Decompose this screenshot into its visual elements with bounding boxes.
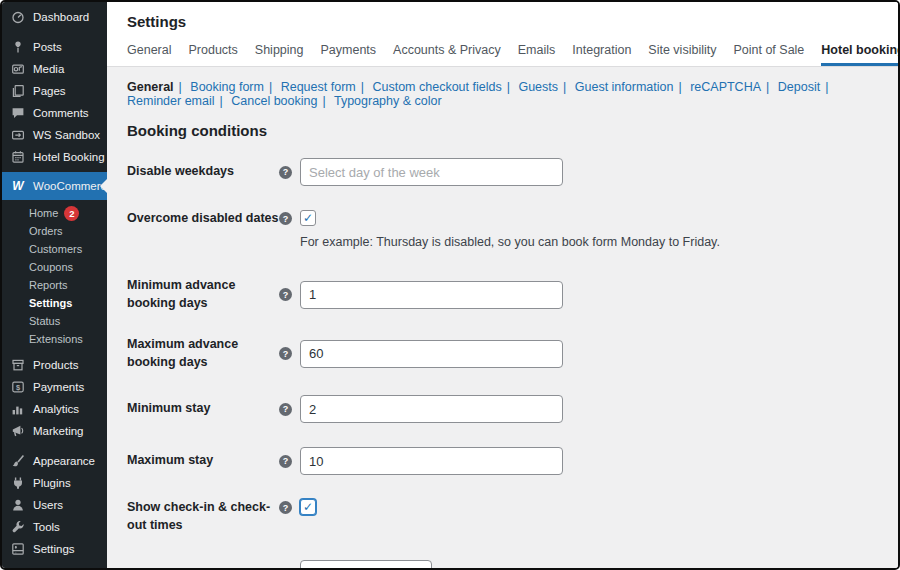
- row-disable-weekdays: Disable weekdays ?: [127, 158, 878, 186]
- sidebar-item-appearance[interactable]: Appearance: [2, 450, 107, 472]
- sandbox-icon: [11, 128, 25, 142]
- sidebar-item-products[interactable]: Products: [2, 354, 107, 376]
- subtab-guest-information[interactable]: Guest information: [575, 80, 674, 94]
- section-heading: Booking conditions: [127, 122, 878, 139]
- sidebar-item-media[interactable]: Media: [2, 58, 107, 80]
- help-icon[interactable]: ?: [279, 347, 292, 360]
- sidebar-item-woocommerce[interactable]: W WooCommerce: [2, 172, 107, 200]
- sidebar-item-label: Appearance: [33, 455, 95, 467]
- sidebar-item-label: Dashboard: [33, 11, 89, 23]
- max-stay-input[interactable]: [300, 447, 563, 475]
- tab-payments[interactable]: Payments: [320, 43, 376, 66]
- help-icon[interactable]: ?: [279, 568, 292, 569]
- subtab-general[interactable]: General: [127, 80, 174, 94]
- disable-weekdays-input[interactable]: [300, 158, 563, 186]
- row-max-advance-days: Maximum advance booking days ?: [127, 336, 878, 371]
- sidebar-item-posts[interactable]: Posts: [2, 36, 107, 58]
- subtab-custom-checkout-fields[interactable]: Custom checkout fields: [372, 80, 501, 94]
- sidebar-item-pages[interactable]: Pages: [2, 80, 107, 102]
- overcome-disabled-dates-checkbox[interactable]: ✓: [300, 210, 316, 226]
- posts-icon: [11, 40, 25, 54]
- hotel-booking-subtabs: General| Booking form| Request form| Cus…: [107, 67, 898, 108]
- field-label: Show check-in & check-out times: [127, 499, 279, 534]
- sidebar-item-label: Hotel Booking: [33, 151, 105, 163]
- sidebar-item-label: Posts: [33, 41, 62, 53]
- field-label: Disable weekdays: [127, 163, 279, 181]
- tab-emails[interactable]: Emails: [518, 43, 556, 66]
- sidebar-item-label: Plugins: [33, 477, 71, 489]
- sidebar-item-dashboard[interactable]: Dashboard: [2, 6, 107, 28]
- submenu-item-customers[interactable]: Customers: [2, 240, 107, 258]
- help-icon[interactable]: ?: [279, 166, 292, 179]
- subtab-reminder-email[interactable]: Reminder email: [127, 94, 215, 108]
- min-advance-days-input[interactable]: [300, 281, 563, 309]
- submenu-item-settings[interactable]: Settings: [2, 294, 107, 312]
- row-max-stay: Maximum stay ?: [127, 447, 878, 475]
- users-icon: [11, 498, 25, 512]
- sidebar-item-hotel-booking[interactable]: Hotel Booking: [2, 146, 107, 168]
- field-description: For example: Thursday is disabled, so yo…: [300, 235, 720, 249]
- sidebar-item-payments[interactable]: $ Payments: [2, 376, 107, 398]
- sidebar-item-tools[interactable]: Tools: [2, 516, 107, 538]
- sidebar-item-label: Comments: [33, 107, 89, 119]
- sidebar-item-comments[interactable]: Comments: [2, 102, 107, 124]
- notification-badge: 2: [64, 206, 79, 221]
- sidebar-item-label: Tools: [33, 521, 60, 533]
- settings-icon: [11, 542, 25, 556]
- submenu-item-coupons[interactable]: Coupons: [2, 258, 107, 276]
- subtab-recaptcha[interactable]: reCAPTCHA: [690, 80, 761, 94]
- sidebar-item-users[interactable]: Users: [2, 494, 107, 516]
- submenu-item-orders[interactable]: Orders: [2, 222, 107, 240]
- tab-accounts-privacy[interactable]: Accounts & Privacy: [393, 43, 501, 66]
- sidebar-item-label: Payments: [33, 381, 84, 393]
- payments-icon: $: [11, 380, 25, 394]
- min-stay-input[interactable]: [300, 395, 563, 423]
- help-icon[interactable]: ?: [279, 455, 292, 468]
- tab-site-visibility[interactable]: Site visibility: [648, 43, 716, 66]
- sidebar-item-settings[interactable]: Settings: [2, 538, 107, 560]
- tab-hotel-booking[interactable]: Hotel booking: [821, 43, 898, 66]
- help-icon[interactable]: ?: [279, 403, 292, 416]
- sidebar-item-marketing[interactable]: Marketing: [2, 420, 107, 442]
- submenu-item-home[interactable]: Home 2: [2, 204, 107, 222]
- sidebar-item-label: Settings: [33, 543, 75, 555]
- tab-general[interactable]: General: [127, 43, 171, 66]
- wordpress-admin-window: Dashboard Posts Media Pages Comments: [0, 0, 900, 570]
- comments-icon: [11, 106, 25, 120]
- submenu-item-reports[interactable]: Reports: [2, 276, 107, 294]
- svg-text:$: $: [16, 383, 21, 392]
- field-label: Minimum advance booking days: [127, 277, 279, 312]
- field-label: Check-in time: [127, 565, 279, 568]
- help-icon[interactable]: ?: [279, 212, 292, 225]
- row-min-advance-days: Minimum advance booking days ?: [127, 277, 878, 312]
- sidebar-item-plugins[interactable]: Plugins: [2, 472, 107, 494]
- tab-shipping[interactable]: Shipping: [255, 43, 304, 66]
- sidebar-item-ws-sandbox[interactable]: WS Sandbox: [2, 124, 107, 146]
- clock-icon[interactable]: [411, 567, 424, 568]
- analytics-icon: [11, 402, 25, 416]
- submenu-item-extensions[interactable]: Extensions: [2, 330, 107, 348]
- tab-products[interactable]: Products: [188, 43, 237, 66]
- sidebar-item-analytics[interactable]: Analytics: [2, 398, 107, 420]
- tab-point-of-sale[interactable]: Point of Sale: [733, 43, 804, 66]
- field-label: Overcome disabled dates: [127, 210, 279, 228]
- sidebar-item-label: Pages: [33, 85, 66, 97]
- pages-icon: [11, 84, 25, 98]
- appearance-icon: [11, 454, 25, 468]
- subtab-booking-form[interactable]: Booking form: [190, 80, 264, 94]
- help-icon[interactable]: ?: [279, 288, 292, 301]
- subtab-request-form[interactable]: Request form: [281, 80, 356, 94]
- help-icon[interactable]: ?: [279, 501, 292, 514]
- marketing-icon: [11, 424, 25, 438]
- tab-integration[interactable]: Integration: [572, 43, 631, 66]
- subtab-deposit[interactable]: Deposit: [778, 80, 820, 94]
- field-label: Maximum stay: [127, 452, 279, 470]
- max-advance-days-input[interactable]: [300, 340, 563, 368]
- subtab-typography-color[interactable]: Typography & color: [334, 94, 442, 108]
- subtab-cancel-booking[interactable]: Cancel booking: [231, 94, 317, 108]
- sidebar-item-label: Analytics: [33, 403, 79, 415]
- field-label: Minimum stay: [127, 400, 279, 418]
- submenu-item-status[interactable]: Status: [2, 312, 107, 330]
- show-times-checkbox[interactable]: ✓: [300, 499, 316, 515]
- subtab-guests[interactable]: Guests: [518, 80, 558, 94]
